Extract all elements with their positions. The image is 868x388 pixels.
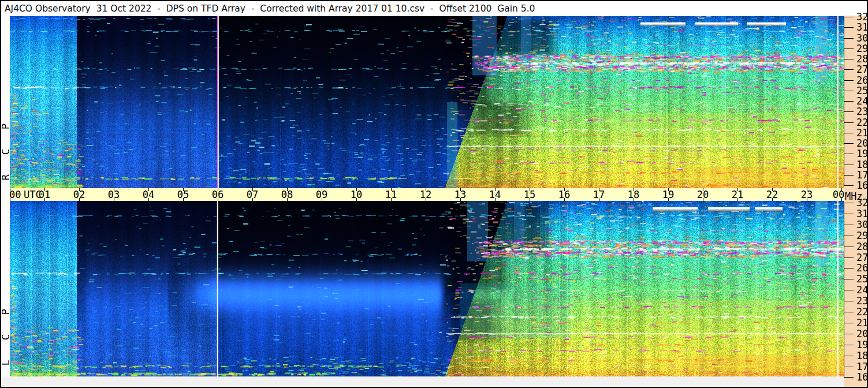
hour-label: 04 (140, 190, 157, 200)
lcp-polarization-label: PCL (2, 299, 10, 375)
hour-label: 06 (209, 190, 226, 200)
lcp-spectrogram (10, 201, 844, 376)
hour-label: 13 (452, 190, 469, 200)
hour-label: 12 (417, 190, 434, 200)
polarization-letter: R (0, 173, 18, 181)
hour-label: 23 (798, 190, 815, 200)
hour-label: 22 (763, 190, 781, 200)
hour-label: 09 (313, 190, 330, 200)
rcp-polarization-label: PCR (2, 114, 10, 190)
hour-label: 21 (729, 190, 746, 200)
hour-label: 08 (278, 190, 296, 200)
hour-label: 17 (590, 190, 608, 200)
time-axis: 0001020304050607080910111213141516171819… (10, 188, 844, 201)
hour-label: 11 (382, 190, 400, 200)
hour-label: 15 (521, 190, 538, 200)
page-title: AJ4CO Observatory 31 Oct 2022 - DPS on T… (1, 1, 867, 16)
polarization-letter: P (0, 122, 18, 130)
hour-label: 14 (486, 190, 504, 200)
screenshot-frame: AJ4CO Observatory 31 Oct 2022 - DPS on T… (0, 0, 868, 388)
polarization-letter: C (0, 148, 18, 156)
hour-label: 05 (174, 190, 192, 200)
hour-label: 19 (660, 190, 677, 200)
hour-label: 20 (694, 190, 711, 200)
polarization-letter: L (0, 359, 18, 367)
hour-label: 18 (625, 190, 642, 200)
hour-label: 02 (70, 190, 88, 200)
bottom-margin (1, 376, 844, 387)
utc-axis-label: UTC (24, 190, 50, 200)
polarization-letter: C (0, 333, 18, 341)
title-bar: AJ4CO Observatory 31 Oct 2022 - DPS on T… (1, 1, 867, 16)
rcp-spectrogram (10, 16, 844, 188)
polarization-letter: P (0, 308, 18, 316)
hour-label: 10 (348, 190, 365, 200)
hour-label: 16 (556, 190, 573, 200)
mhz-unit-label: MHz (845, 191, 868, 202)
hour-label: 07 (244, 190, 261, 200)
hour-label: 03 (105, 190, 122, 200)
